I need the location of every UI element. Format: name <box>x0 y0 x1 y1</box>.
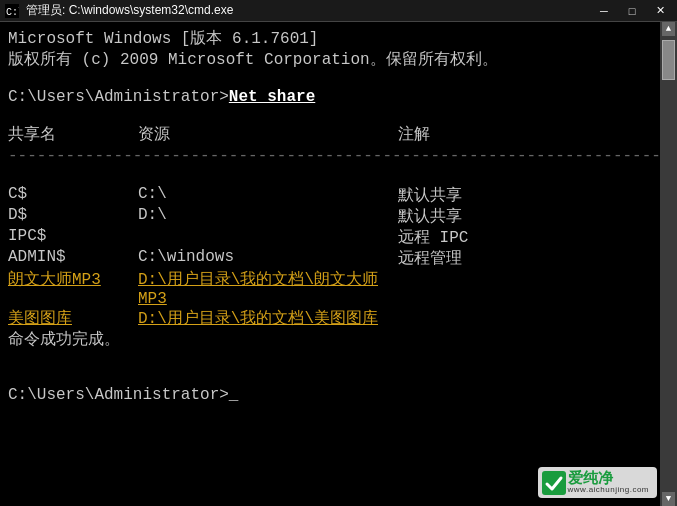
share-name-langwen: 朗文大师MP3 <box>8 269 138 308</box>
table-row: C$ C:\ 默认共享 <box>8 185 652 206</box>
minimize-button[interactable]: ─ <box>591 2 617 20</box>
header-col2: 资源 <box>138 124 398 145</box>
watermark-sub-text: www.aichunjing.com <box>568 486 649 495</box>
prompt-text: C:\Users\Administrator> <box>8 88 229 106</box>
restore-button[interactable]: □ <box>619 2 645 20</box>
share-path-ipc <box>138 227 398 248</box>
scrollbar[interactable]: ▲ ▼ <box>660 22 677 506</box>
watermark-main-text: 爱纯净 <box>568 470 649 487</box>
share-note-c: 默认共享 <box>398 185 652 206</box>
titlebar: C:\ 管理员: C:\windows\system32\cmd.exe ─ □… <box>0 0 677 22</box>
table-row: ADMIN$ C:\windows 远程管理 <box>8 248 652 269</box>
share-name-admin: ADMIN$ <box>8 248 138 269</box>
table-row: 美图图库 D:\用户目录\我的文档\美图图库 <box>8 308 652 329</box>
svg-text:C:\: C:\ <box>6 7 19 18</box>
net-share-prompt-line: C:\Users\Administrator>Net share <box>8 88 652 106</box>
net-share-command: Net share <box>229 88 315 106</box>
final-prompt: C:\Users\Administrator>_ <box>8 386 652 404</box>
watermark-icon <box>542 471 564 493</box>
copyright-line: 版权所有 (c) 2009 Microsoft Corporation。保留所有… <box>8 49 652 70</box>
share-name-ipc: IPC$ <box>8 227 138 248</box>
cmd-window: Microsoft Windows [版本 6.1.7601] 版权所有 (c)… <box>0 22 677 506</box>
table-row: IPC$ 远程 IPC <box>8 227 652 248</box>
share-name-d: D$ <box>8 206 138 227</box>
blank-line-2 <box>8 106 652 124</box>
share-path-c: C:\ <box>138 185 398 206</box>
svg-rect-2 <box>542 471 566 495</box>
scroll-up-arrow[interactable]: ▲ <box>662 22 675 36</box>
scrollbar-thumb[interactable] <box>662 40 675 80</box>
share-note-langwen <box>398 269 652 308</box>
blank-line-5 <box>8 368 652 386</box>
share-path-langwen: D:\用户目录\我的文档\朗文大师MP3 <box>138 269 398 308</box>
cmd-output: Microsoft Windows [版本 6.1.7601] 版权所有 (c)… <box>0 22 660 506</box>
share-path-d: D:\ <box>138 206 398 227</box>
share-name-c: C$ <box>8 185 138 206</box>
success-message: 命令成功完成。 <box>8 329 652 350</box>
share-path-meitu: D:\用户目录\我的文档\美图图库 <box>138 308 398 329</box>
scroll-down-arrow[interactable]: ▼ <box>662 492 675 506</box>
share-path-admin: C:\windows <box>138 248 398 269</box>
table-row: D$ D:\ 默认共享 <box>8 206 652 227</box>
header-col3: 注解 <box>398 124 652 145</box>
blank-line-1 <box>8 70 652 88</box>
titlebar-left: C:\ 管理员: C:\windows\system32\cmd.exe <box>4 2 233 19</box>
watermark: 爱纯净 www.aichunjing.com <box>538 467 657 498</box>
table-header: 共享名 资源 注解 <box>8 124 652 145</box>
share-note-admin: 远程管理 <box>398 248 652 269</box>
ms-windows-line: Microsoft Windows [版本 6.1.7601] <box>8 28 652 49</box>
close-button[interactable]: ✕ <box>647 2 673 20</box>
header-col1: 共享名 <box>8 124 138 145</box>
table-row: 朗文大师MP3 D:\用户目录\我的文档\朗文大师MP3 <box>8 269 652 308</box>
share-name-meitu: 美图图库 <box>8 308 138 329</box>
blank-line-3 <box>8 167 652 185</box>
share-note-d: 默认共享 <box>398 206 652 227</box>
divider-line: ----------------------------------------… <box>8 147 652 165</box>
watermark-text-block: 爱纯净 www.aichunjing.com <box>568 470 649 495</box>
window-controls: ─ □ ✕ <box>591 2 673 20</box>
blank-line-4 <box>8 350 652 368</box>
cmd-icon: C:\ <box>4 3 20 19</box>
window-title: 管理员: C:\windows\system32\cmd.exe <box>26 2 233 19</box>
share-note-meitu <box>398 308 652 329</box>
share-note-ipc: 远程 IPC <box>398 227 652 248</box>
